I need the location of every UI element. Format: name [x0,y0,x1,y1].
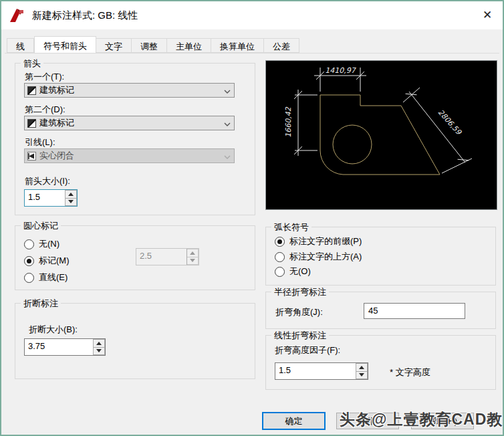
linear-jog-group: 线性折弯标注 折弯高度因子(F): 1.5 * 文字高度 [265,335,496,390]
arrow-size-spinner[interactable]: 1.5 [24,189,78,207]
dialog-title: 新建标注样式: GB: 线性 [32,9,138,22]
arrow-size-value: 1.5 [25,190,65,206]
spin-up-button[interactable] [356,363,368,372]
radio-icon [24,239,34,249]
radius-jog-group: 半径折弯标注 折弯角度(J): 45 [265,292,496,329]
tab-tolerances[interactable]: 公差 [264,38,299,53]
tab-fit[interactable]: 调整 [132,38,167,53]
text-height-suffix: * 文字高度 [390,366,430,378]
solid-closed-arrow-icon [27,152,36,160]
dim-value-top: 1410,97 [325,66,356,75]
arrowheads-group-title: 箭头 [21,58,43,70]
tab-symbols-arrows[interactable]: 符号和箭头 [34,36,96,53]
new-dimension-style-dialog: 新建标注样式: GB: 线性 ✕ 线 符号和箭头 文字 调整 主单位 换算单位 … [0,0,504,436]
autocad-icon [8,7,25,24]
architectural-tick-icon [27,119,36,128]
close-icon[interactable]: ✕ [472,1,503,29]
tab-strip: 线 符号和箭头 文字 调整 主单位 换算单位 公差 [7,37,299,53]
architectural-tick-icon [27,86,36,95]
radio-icon [275,252,285,262]
leader-value: 实心闭合 [39,150,221,162]
first-arrow-label: 第一个(T): [25,71,64,83]
center-mark-size-spinner: 2.5 [136,248,199,265]
radio-arc-prefix[interactable]: 标注文字的前缀(P) [275,235,362,247]
spin-up-button[interactable] [94,339,105,348]
second-arrow-label: 第二个(D): [25,104,66,116]
chevron-down-icon [221,151,234,161]
tab-alt-units[interactable]: 换算单位 [211,38,264,53]
first-arrow-value: 建筑标记 [39,84,221,96]
leader-combobox: 实心闭合 [24,148,235,163]
radio-icon [275,237,285,247]
tab-text[interactable]: 文字 [96,38,132,53]
help-button[interactable]: 帮助(H) [411,413,474,429]
dimension-break-group-title: 折断标注 [21,298,61,310]
leader-label: 引线(L): [25,136,55,148]
first-arrow-combobox[interactable]: 建筑标记 [24,83,235,98]
second-arrow-combobox[interactable]: 建筑标记 [24,116,235,130]
jog-height-factor-spinner[interactable]: 1.5 [275,362,368,380]
arc-length-symbol-group: 弧长符号 标注文字的前缀(P) 标注文字的上方(A) 无(O) [265,227,496,286]
jog-angle-label: 折弯角度(J): [275,306,323,318]
dimension-break-group: 折断标注 折断大小(B): 3.75 [15,303,255,379]
radio-arc-none[interactable]: 无(O) [275,265,311,278]
jog-angle-input[interactable]: 45 [364,303,465,319]
spin-up-button [187,249,199,257]
break-size-label: 折断大小(B): [29,324,78,336]
radio-icon [24,273,34,283]
jog-height-factor-value: 1.5 [275,363,356,379]
spin-down-button[interactable] [66,199,77,207]
second-arrow-value: 建筑标记 [39,117,221,129]
spin-up-button[interactable] [66,190,77,199]
dimension-preview: 1410,97 1660,42 2806,59 [265,60,497,210]
arc-length-group-title: 弧长符号 [271,221,311,233]
center-mark-size-value: 2.5 [136,249,186,265]
preview-background [266,61,497,209]
radio-center-mark[interactable]: 标记(M) [24,255,70,267]
radio-center-line[interactable]: 直线(E) [24,271,68,284]
break-size-value: 3.75 [25,339,93,355]
tab-primary-units[interactable]: 主单位 [167,38,211,53]
jog-height-factor-label: 折弯高度因子(F): [275,344,340,356]
chevron-down-icon [221,86,234,96]
center-marks-group: 圆心标记 无(N) 标记(M) 直线(E) 2.5 [15,225,255,290]
radio-icon [275,267,285,277]
tab-lines[interactable]: 线 [7,38,34,53]
cancel-button[interactable]: 取消 [336,413,399,429]
title-bar: 新建标注样式: GB: 线性 ✕ [1,1,503,29]
chevron-down-icon [221,118,234,128]
spin-down-button[interactable] [356,372,368,380]
break-size-spinner[interactable]: 3.75 [24,338,106,356]
radio-arc-above[interactable]: 标注文字的上方(A) [275,251,362,263]
radio-center-none[interactable]: 无(N) [24,238,59,250]
radio-icon [24,256,34,266]
arrow-size-label: 箭头大小(I): [25,175,70,187]
spin-down-button [187,257,199,265]
ok-button[interactable]: 确定 [262,412,326,430]
arrowheads-group: 箭头 第一个(T): 建筑标记 第二个(D): 建筑标记 [15,63,255,215]
dim-value-left: 1660,42 [284,106,293,137]
radius-jog-group-title: 半径折弯标注 [271,286,329,298]
linear-jog-group-title: 线性折弯标注 [271,330,329,342]
spin-down-button[interactable] [94,348,105,356]
center-marks-group-title: 圆心标记 [21,220,61,232]
